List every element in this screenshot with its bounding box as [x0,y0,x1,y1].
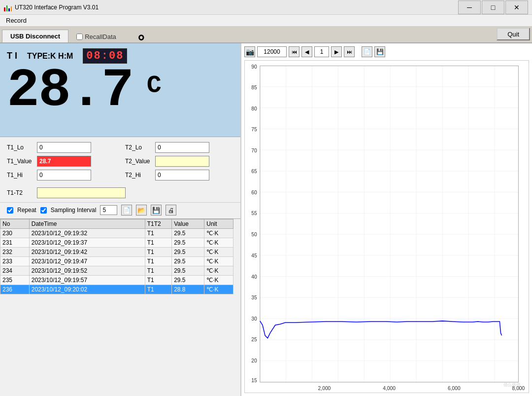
chart-container: 90 85 80 75 70 65 60 55 50 45 40 35 30 2… [244,60,529,393]
maximize-button[interactable]: □ [482,0,504,14]
t1t2-row: T1-T2 [0,185,240,202]
big-temperature: 28.7 ° C [7,64,233,118]
nav-first-button[interactable]: ⏮ [289,46,299,57]
svg-text:35: 35 [251,295,257,300]
svg-text:25: 25 [251,337,257,342]
temperature-display: T I TYPE:K H:M 08:08 28.7 ° C [0,43,240,137]
tab-bar: USB Disconnect RecallData Quit [0,27,532,43]
col-datetime: DateTime [29,219,145,229]
t1-lo-field: T1_Lo [7,142,115,153]
chart-camera-icon[interactable]: 📷 [244,46,255,57]
interval-input[interactable] [100,205,117,215]
data-fields: T1_Lo T2_Lo T1_Value [0,137,240,185]
svg-text:55: 55 [251,211,257,216]
type-label: TYPE:K H:M [27,52,73,61]
t2-lo-field: T2_Lo [125,142,233,153]
minimize-button[interactable]: ─ [458,0,481,14]
t1-value-input[interactable] [37,156,91,167]
chart-new-icon[interactable]: 📄 [362,46,372,57]
svg-text:85: 85 [251,85,257,90]
chart-svg: 90 85 80 75 70 65 60 55 50 45 40 35 30 2… [245,61,529,393]
svg-text:80: 80 [251,106,257,111]
app-icon [4,3,12,11]
repeat-checkbox[interactable] [7,207,13,214]
t2-value-input[interactable] [155,156,209,167]
svg-text:75: 75 [251,127,257,132]
col-value: Value [172,219,204,229]
table-row[interactable]: 2332023/10/12_09:19:47T129.5℃·K [0,257,233,266]
quit-button[interactable]: Quit [497,28,530,40]
table-row[interactable]: 2302023/10/12_09:19:32T129.5℃·K [0,229,233,238]
nav-last-button[interactable]: ⏭ [344,46,355,57]
svg-text:2,000: 2,000 [318,386,331,391]
t2-hi-label: T2_Hi [125,172,152,179]
close-window-button[interactable]: ✕ [505,0,528,14]
t1t2-label: T1-T2 [7,189,34,196]
temperature-value: 28.7 [7,64,133,118]
left-panel: T I TYPE:K H:M 08:08 28.7 ° C T1_Lo [0,43,241,396]
t2-lo-input[interactable] [155,142,209,153]
svg-text:45: 45 [251,252,257,258]
table-row[interactable]: 2342023/10/12_09:19:52T129.5℃·K [0,266,233,276]
recall-data-label: RecallData [85,33,116,40]
quit-btn-area: Quit [497,28,530,42]
t2-hi-field: T2_Hi [125,170,233,180]
table-row[interactable]: 2352023/10/12_09:19:57T129.5℃·K [0,276,233,285]
t2-hi-input[interactable] [155,170,209,180]
window-title: UT320 Interface Program V3.01 [15,4,99,11]
data-table: No DateTime T1T2 Value Unit 2302023/10/1… [0,219,233,294]
t1-hi-field: T1_Hi [7,170,115,180]
chart-toolbar: 📷 ⏮ ◀ ▶ ⏭ 📄 💾 [244,46,529,57]
col-t1t2: T1T2 [145,219,171,229]
chart-record-count-input[interactable] [257,46,287,57]
controls-row: Repeat Sampling Interval 📄 📂 💾 🖨 [0,202,240,218]
recall-data-area: RecallData [76,33,116,42]
tab-usb-disconnect[interactable]: USB Disconnect [2,30,68,42]
table-scroll-area[interactable]: No DateTime T1T2 Value Unit 2302023/10/1… [0,219,240,396]
open-file-icon[interactable]: 📂 [136,205,147,216]
col-no: No [0,219,30,229]
print-icon[interactable]: 🖨 [166,205,176,216]
sampling-interval-label: Sampling Interval [51,207,97,214]
repeat-label: Repeat [17,207,36,214]
t1-lo-input[interactable] [37,142,91,153]
menu-record[interactable]: Record [2,16,31,25]
col-unit: Unit [204,219,233,229]
title-bar-controls: ─ □ ✕ [458,0,528,14]
t1-hi-input[interactable] [37,170,91,180]
svg-text:6,000: 6,000 [448,386,461,391]
svg-text:60: 60 [251,190,257,195]
svg-text:70: 70 [251,148,257,153]
nav-prev-button[interactable]: ◀ [301,46,312,57]
t1-lo-label: T1_Lo [7,144,34,151]
svg-text:4,000: 4,000 [383,386,396,391]
t1t2-input[interactable] [37,187,126,198]
t1-value-field: T1_Value [7,156,115,167]
page-number-input[interactable] [314,46,329,57]
title-bar: UT320 Interface Program V3.01 ─ □ ✕ [0,0,532,15]
sampling-interval-checkbox[interactable] [40,207,47,214]
save-file-icon[interactable]: 💾 [151,205,162,216]
table-body: 2302023/10/12_09:19:32T129.5℃·K2312023/1… [0,229,233,294]
recall-data-checkbox[interactable] [76,34,83,40]
degree-symbol: ° [136,34,147,52]
t2-value-label: T2_Value [125,158,152,165]
t1-value-label: T1_Value [7,158,34,165]
table-row[interactable]: 2362023/10/12_09:20:02T128.8℃·K [0,285,233,294]
nav-next-button[interactable]: ▶ [331,46,342,57]
t2-value-field: T2_Value [125,156,233,167]
main-content: T I TYPE:K H:M 08:08 28.7 ° C T1_Lo [0,43,532,396]
t1-hi-label: T1_Hi [7,172,34,179]
svg-text:40: 40 [251,274,257,280]
svg-text:50: 50 [251,232,257,237]
table-row[interactable]: 2322023/10/12_09:19:42T129.5℃·K [0,248,233,257]
svg-text:30: 30 [251,316,257,322]
title-bar-left: UT320 Interface Program V3.01 [4,3,99,11]
menu-bar: Record [0,15,532,27]
table-row[interactable]: 2312023/10/12_09:19:37T129.5℃·K [0,238,233,248]
t2-lo-label: T2_Lo [125,144,152,151]
new-file-icon[interactable]: 📄 [121,205,132,216]
chart-save-icon[interactable]: 💾 [374,46,385,57]
svg-text:20: 20 [251,358,257,363]
svg-rect-1 [260,66,519,382]
